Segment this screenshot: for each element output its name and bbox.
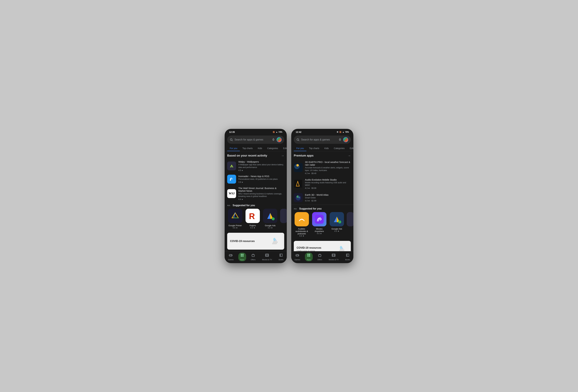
tab-top-charts-2[interactable]: Top charts (306, 145, 322, 151)
mic-icon-2[interactable] (338, 138, 341, 141)
movies-icon-1 (265, 253, 269, 258)
premium-section-header: Premium apps → (291, 151, 353, 159)
ralphs-rating: 4.5 ★ (250, 227, 255, 229)
svg-point-40 (297, 164, 298, 166)
suggested-movies-anywhere[interactable]: Movies Anywhere 4.4 ★ (311, 212, 327, 237)
app-item-inoreader[interactable]: Inoreader - News App & RSS Personalized … (225, 173, 287, 185)
tab-kids-2[interactable]: Kids (322, 145, 331, 151)
avatar-2[interactable] (343, 137, 348, 142)
app-item-wsj[interactable]: WSJ The Wall Street Journal: Business & … (225, 185, 287, 202)
suggested-header-2: Ads · Suggested for you (291, 205, 353, 211)
movies-anywhere-name: Movies Anywhere (311, 228, 327, 233)
primer-rating: 4.6 ★ (233, 227, 238, 229)
walpy-icon (227, 161, 236, 170)
covid-banner-1[interactable]: COVID-19 resources (227, 233, 284, 250)
phones-container: 12:35 🔕 ▲ 74% Search for apps & games (225, 129, 353, 263)
games-icon-1 (229, 253, 233, 258)
suggested-title-2: Suggested for you (299, 207, 322, 210)
status-bar-2: 12:42 ⚙ 🔕 ▲ 78% (291, 129, 353, 135)
covid-illustration-2 (335, 244, 348, 251)
nav-movies-label-2: Movies & TV (329, 259, 338, 261)
svg-rect-20 (242, 254, 243, 255)
suggested-gads-2[interactable]: Google Ads 4.3 ★ (329, 212, 345, 237)
tab-categories-2[interactable]: Categories (331, 145, 347, 151)
suggested-ralphs[interactable]: R Ralphs 4.5 ★ (245, 209, 261, 229)
tab-kids-1[interactable]: Kids (255, 145, 265, 151)
battery-2: 78% (345, 131, 349, 133)
nav-books-label-1: Books (279, 259, 284, 261)
nav-games-1[interactable]: Games (226, 253, 236, 261)
tab-editors-2[interactable]: Editors' Ch (347, 145, 353, 151)
mic-icon-1[interactable] (272, 138, 275, 141)
audio-evo-desc: Mobile recording studio featuring USB au… (305, 181, 351, 187)
svg-rect-2 (273, 138, 274, 140)
movies-icon-2 (332, 253, 336, 258)
ads-label-1: Ads (227, 204, 230, 206)
svg-rect-49 (315, 215, 324, 224)
svg-point-32 (297, 139, 299, 140)
wsj-rating: 4.4 ★ (238, 198, 284, 200)
suggested-gads-1[interactable]: Google Ads 4.3 ★ (262, 209, 278, 229)
suggested-partial-2[interactable] (346, 212, 353, 237)
svg-rect-34 (340, 138, 340, 140)
nav-movies-1[interactable]: Movies & TV (260, 253, 274, 261)
svg-rect-19 (241, 254, 242, 255)
earth3d-price: $9.49 (311, 172, 316, 175)
primer-name: Google Primer (229, 224, 242, 227)
covid-title-2: COVID-19 resources (297, 246, 335, 249)
nav-offers-2[interactable]: Offers (315, 253, 324, 261)
nav-offers-1[interactable]: Offers (249, 253, 257, 261)
tab-for-you-2[interactable]: For you (294, 145, 306, 151)
svg-rect-22 (242, 255, 243, 257)
suggested-partial-1[interactable] (280, 209, 287, 229)
movies-anywhere-icon (312, 212, 327, 226)
nav-books-label-2: Books (345, 259, 350, 261)
tab-categories-1[interactable]: Categories (265, 145, 281, 151)
nav-books-2[interactable]: Books (343, 253, 352, 261)
nav-apps-label-1: Apps (240, 259, 244, 261)
svg-rect-64 (332, 254, 335, 256)
earth3d-name: 3D EARTH PRO - local weather forecast & … (305, 161, 351, 166)
app-item-walpy[interactable]: Walpy - Wallpapers A Wallpaper app that … (225, 159, 287, 173)
nav-movies-2[interactable]: Movies & TV (327, 253, 340, 261)
nav-games-label-1: Games (228, 259, 234, 261)
tab-editors-1[interactable]: Editors' (281, 145, 287, 151)
suggested-primer[interactable]: Google Primer 4.6 ★ (227, 209, 243, 229)
nav-games-2[interactable]: Games (293, 253, 302, 261)
app-audio-evo[interactable]: Audio Evolution Mobile Studio Mobile rec… (291, 176, 353, 191)
svg-rect-63 (309, 255, 310, 257)
covid-banner-2[interactable]: COVID-19 resources Useful apps & more (294, 241, 351, 251)
suggested-audible[interactable]: Audible: audiobooks & podcasts 4.6 ★ (294, 212, 310, 237)
audio-evo-icon (294, 179, 303, 188)
inoreader-info: Inoreader - News App & RSS Personalized … (238, 175, 284, 183)
premium-arrow[interactable]: → (348, 154, 351, 157)
gads-icon-1 (263, 209, 277, 223)
ralphs-name: Ralphs (249, 224, 256, 227)
app-3d-earth[interactable]: 3D EARTH PRO - local weather forecast & … (291, 159, 353, 176)
search-bar-2[interactable]: Search for apps & games (294, 136, 351, 144)
tab-top-charts-1[interactable]: Top charts (240, 145, 255, 151)
svg-point-17 (231, 255, 232, 255)
audio-evo-info: Audio Evolution Mobile Studio Mobile rec… (305, 178, 351, 190)
svg-point-13 (273, 238, 276, 241)
suggested-scroll-1: Google Primer 4.6 ★ R Ralphs 4.5 ★ (225, 207, 287, 231)
avatar-1[interactable] (277, 137, 282, 142)
nav-books-1[interactable]: Books (277, 253, 286, 261)
inoreader-icon (227, 175, 236, 184)
bottom-nav-2: Games Apps (291, 251, 353, 263)
app-earth-atlas[interactable]: Earth 3D - World Atlas Smart Globe 4.4 ★… (291, 191, 353, 204)
nav-apps-2[interactable]: Apps (305, 253, 313, 261)
nav-apps-1[interactable]: Apps (238, 253, 246, 261)
tab-for-you-1[interactable]: For you (227, 145, 240, 151)
search-icon-2 (296, 138, 299, 141)
earth3d-rating: 4.3 ★ · $9.49 (305, 172, 351, 175)
search-placeholder-1: Search for apps & games (235, 138, 270, 141)
earth-atlas-price: $2.99 (311, 200, 316, 202)
audio-evo-price: $9.99 (311, 187, 316, 189)
search-bar-1[interactable]: Search for apps & games (227, 136, 284, 144)
gads-name-1: Google Ads (265, 224, 276, 227)
books-icon-1 (279, 253, 283, 258)
earth3d-desc: Accurate forecasts & weather alerts, wid… (305, 166, 351, 172)
recent-arrow[interactable]: → (281, 154, 284, 157)
svg-rect-60 (307, 254, 309, 255)
